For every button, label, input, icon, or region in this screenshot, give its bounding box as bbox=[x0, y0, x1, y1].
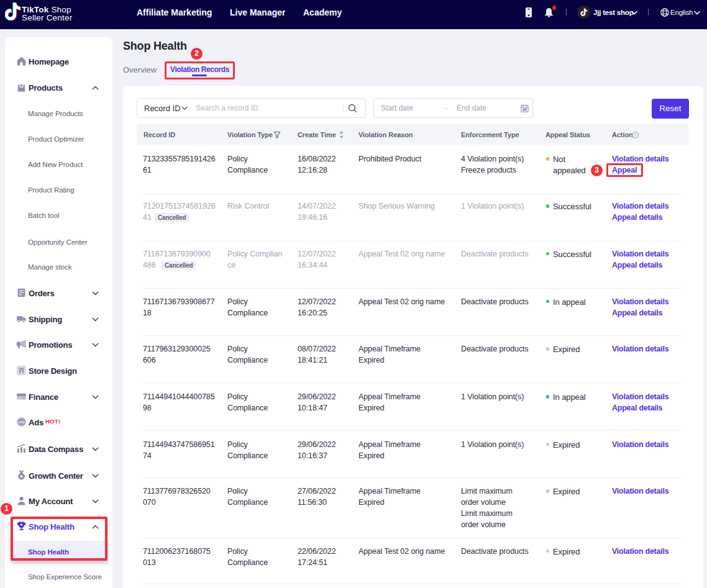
svg-text:AD: AD bbox=[19, 420, 24, 424]
svg-text:?: ? bbox=[634, 133, 637, 137]
